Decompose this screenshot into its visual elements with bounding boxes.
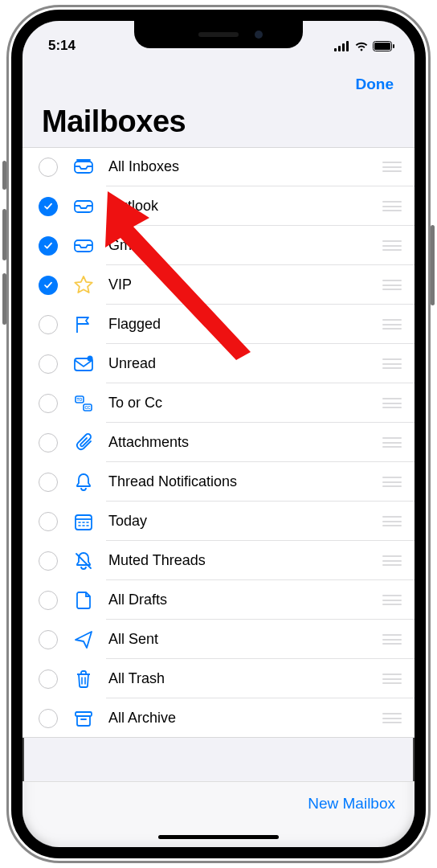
battery-icon [373,41,395,51]
mute-icon [71,548,96,574]
mailbox-label: All Archive [108,710,382,727]
mailbox-row[interactable]: Unread [22,344,415,383]
mailbox-row[interactable]: Thread Notifications [22,462,415,502]
mailbox-row[interactable]: All Drafts [22,580,415,620]
drag-handle-icon[interactable] [382,280,402,290]
checkbox-unchecked-icon[interactable] [39,669,58,689]
mailbox-row[interactable]: To or Cc [22,383,415,423]
status-time: 5:14 [48,38,76,54]
done-button[interactable]: Done [356,76,394,93]
checkbox-unchecked-icon[interactable] [39,512,58,531]
mailbox-label: Gmail [108,237,382,254]
inbox-icon [71,194,96,219]
mailbox-row[interactable]: All Trash [22,659,415,698]
mailbox-row[interactable]: Muted Threads [22,541,415,580]
checkbox-unchecked-icon[interactable] [39,473,58,492]
checkbox-unchecked-icon[interactable] [39,591,58,610]
drag-handle-icon[interactable] [382,240,402,251]
wifi-icon [354,41,369,51]
drag-handle-icon[interactable] [382,201,402,211]
mailbox-label: Attachments [108,434,382,451]
phone-screen: 5:14 Done Mailboxes All InboxesOutlookGm… [11,10,426,858]
mailbox-list: All InboxesOutlookGmailVIPFlaggedUnreadT… [22,147,415,738]
calendar-icon [71,509,96,534]
sent-icon [71,627,96,653]
checkbox-unchecked-icon[interactable] [39,709,58,728]
mailbox-label: Today [108,513,382,530]
new-mailbox-button[interactable]: New Mailbox [308,795,395,813]
checkbox-unchecked-icon[interactable] [39,394,58,413]
mailbox-label: Unread [108,355,382,372]
drag-handle-icon[interactable] [382,674,402,684]
drag-handle-icon[interactable] [382,713,402,723]
checkbox-unchecked-icon[interactable] [39,158,58,177]
drag-handle-icon[interactable] [382,634,402,645]
checkbox-checked-icon[interactable] [39,236,58,256]
mailbox-row[interactable]: Flagged [22,305,415,344]
drag-handle-icon[interactable] [382,555,402,566]
checkbox-unchecked-icon[interactable] [39,551,58,571]
all-inboxes-icon [71,154,96,180]
checkbox-checked-icon[interactable] [39,276,58,295]
archive-icon [71,706,96,731]
drag-handle-icon[interactable] [382,477,402,487]
svg-rect-6 [393,44,394,48]
home-indicator [158,835,279,839]
cellular-signal-icon [334,41,350,51]
trash-icon [71,666,96,692]
mailbox-label: All Trash [108,670,382,687]
mailbox-row[interactable]: Today [22,502,415,541]
header: Done Mailboxes [22,61,415,147]
draft-icon [71,588,96,613]
to-cc-icon [71,391,96,416]
drag-handle-icon[interactable] [382,437,402,448]
checkbox-unchecked-icon[interactable] [39,315,58,334]
drag-handle-icon[interactable] [382,162,402,172]
mailbox-label: All Drafts [108,592,382,608]
svg-rect-1 [338,46,341,51]
drag-handle-icon[interactable] [382,398,402,408]
mailbox-label: Outlook [108,198,382,215]
drag-handle-icon[interactable] [382,358,402,369]
drag-handle-icon[interactable] [382,516,402,526]
mailbox-row[interactable]: Gmail [22,226,415,265]
svg-rect-5 [374,43,390,50]
checkbox-unchecked-icon[interactable] [39,433,58,452]
drag-handle-icon[interactable] [382,595,402,605]
page-title: Mailboxes [39,104,398,139]
mailbox-row[interactable]: Outlook [22,186,415,226]
mailbox-label: All Sent [108,631,382,648]
attachment-icon [71,430,96,456]
svg-rect-2 [342,43,345,51]
star-icon [71,272,96,298]
drag-handle-icon[interactable] [382,319,402,330]
svg-rect-0 [334,48,337,51]
mailbox-row[interactable]: All Sent [22,620,415,659]
mailbox-label: Flagged [108,316,382,333]
flag-icon [71,312,96,338]
mailbox-label: All Inboxes [108,158,382,175]
svg-rect-3 [346,41,349,51]
mailbox-label: Muted Threads [108,552,382,569]
mailbox-label: VIP [108,276,382,293]
inbox-icon [71,233,96,259]
checkbox-checked-icon[interactable] [39,197,58,216]
checkbox-unchecked-icon[interactable] [39,354,58,374]
mailbox-row[interactable]: Attachments [22,423,415,462]
mailbox-row[interactable]: VIP [22,265,415,305]
notch [134,21,303,48]
checkbox-unchecked-icon[interactable] [39,630,58,649]
mailbox-label: To or Cc [108,395,382,411]
mailbox-row[interactable]: All Inboxes [22,147,415,186]
mailbox-row[interactable]: All Archive [22,698,415,738]
unread-icon [71,351,96,377]
mailbox-label: Thread Notifications [108,473,382,490]
bell-icon [71,469,96,495]
